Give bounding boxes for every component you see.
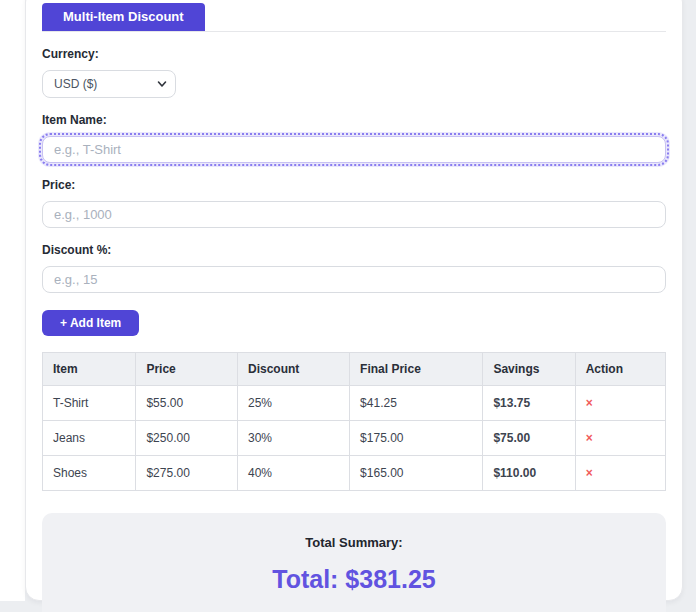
discount-input[interactable] [42, 266, 666, 293]
currency-select[interactable]: USD ($) [42, 70, 176, 98]
cell-final-price: $41.25 [350, 386, 483, 421]
price-label: Price: [42, 178, 666, 192]
item-name-label: Item Name: [42, 113, 666, 127]
price-input[interactable] [42, 201, 666, 228]
cell-item: T-Shirt [43, 386, 136, 421]
column-header-item: Item [43, 353, 136, 386]
add-item-button[interactable]: + Add Item [42, 310, 139, 336]
cell-action: × [575, 456, 665, 491]
discount-label: Discount %: [42, 243, 666, 257]
currency-label: Currency: [42, 47, 666, 61]
discount-calculator-card: Multi-Item Discount Currency: USD ($) It… [25, 0, 683, 601]
cell-price: $55.00 [136, 386, 238, 421]
currency-select-wrap: USD ($) [42, 70, 176, 98]
cell-price: $250.00 [136, 421, 238, 456]
table-row: T-Shirt$55.0025%$41.25$13.75× [43, 386, 666, 421]
cell-item: Jeans [43, 421, 136, 456]
tab-bar: Multi-Item Discount [42, 3, 666, 32]
column-header-price: Price [136, 353, 238, 386]
cell-discount: 30% [237, 421, 349, 456]
total-summary-panel: Total Summary: Total: $381.25 Total Savi… [42, 513, 666, 612]
items-table-header-row: ItemPriceDiscountFinal PriceSavingsActio… [43, 353, 666, 386]
form-area: Currency: USD ($) Item Name: Price: Disc… [26, 47, 682, 612]
table-row: Shoes$275.0040%$165.00$110.00× [43, 456, 666, 491]
cell-savings: $13.75 [483, 386, 575, 421]
column-header-final-price: Final Price [350, 353, 483, 386]
cell-discount: 25% [237, 386, 349, 421]
cell-item: Shoes [43, 456, 136, 491]
remove-item-icon[interactable]: × [586, 397, 593, 409]
table-row: Jeans$250.0030%$175.00$75.00× [43, 421, 666, 456]
remove-item-icon[interactable]: × [586, 467, 593, 479]
items-table: ItemPriceDiscountFinal PriceSavingsActio… [42, 352, 666, 491]
cell-savings: $110.00 [483, 456, 575, 491]
column-header-discount: Discount [237, 353, 349, 386]
column-header-savings: Savings [483, 353, 575, 386]
summary-total: Total: $381.25 [62, 565, 646, 594]
item-name-input[interactable] [42, 136, 666, 163]
column-header-action: Action [575, 353, 665, 386]
summary-title: Total Summary: [62, 535, 646, 550]
remove-item-icon[interactable]: × [586, 432, 593, 444]
page-left-gutter [0, 0, 25, 601]
cell-savings: $75.00 [483, 421, 575, 456]
cell-final-price: $165.00 [350, 456, 483, 491]
cell-action: × [575, 386, 665, 421]
tab-multi-item-discount[interactable]: Multi-Item Discount [42, 3, 205, 31]
cell-discount: 40% [237, 456, 349, 491]
cell-final-price: $175.00 [350, 421, 483, 456]
cell-price: $275.00 [136, 456, 238, 491]
cell-action: × [575, 421, 665, 456]
